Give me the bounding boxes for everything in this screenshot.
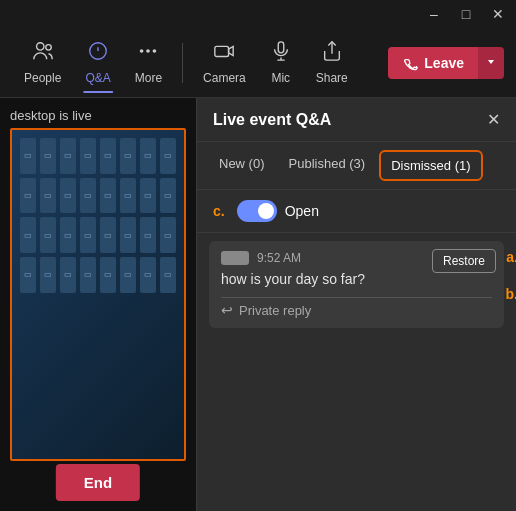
desktop-icon: ▭	[80, 138, 96, 174]
main-content: desktop is live ▭ ▭ ▭ ▭ ▭ ▭ ▭ ▭ ▭ ▭ ▭ ▭ …	[0, 98, 516, 511]
desktop-icon: ▭	[100, 217, 116, 253]
toggle-open-label: Open	[285, 203, 319, 219]
desktop-icon: ▭	[60, 178, 76, 214]
label-b: b.	[506, 286, 516, 302]
title-bar: – □ ✕	[0, 0, 516, 28]
restore-button[interactable]: Restore	[432, 249, 496, 273]
desktop-icon: ▭	[60, 138, 76, 174]
nav-camera-label: Camera	[203, 71, 246, 85]
leave-label: Leave	[424, 55, 464, 71]
maximize-button[interactable]: □	[456, 6, 476, 22]
qa-panel: Live event Q&A ✕ New (0) Published (3) D…	[196, 98, 516, 511]
tab-new[interactable]: New (0)	[209, 150, 275, 181]
nav-more-label: More	[135, 71, 162, 85]
desktop-icon: ▭	[120, 178, 136, 214]
nav-divider	[182, 43, 183, 83]
window-close-button[interactable]: ✕	[488, 6, 508, 22]
tab-published[interactable]: Published (3)	[279, 150, 376, 181]
people-icon	[32, 40, 54, 67]
nav-mic[interactable]: Mic	[258, 36, 304, 89]
desktop-icon: ▭	[160, 138, 176, 174]
label-a: a.	[506, 249, 516, 265]
qa-icon	[87, 40, 109, 67]
nav-share-label: Share	[316, 71, 348, 85]
mic-icon	[270, 40, 292, 67]
desktop-icon: ▭	[140, 138, 156, 174]
desktop-icon: ▭	[60, 257, 76, 293]
minimize-button[interactable]: –	[424, 6, 444, 22]
desktop-screen-inner: ▭ ▭ ▭ ▭ ▭ ▭ ▭ ▭ ▭ ▭ ▭ ▭ ▭ ▭ ▭ ▭ ▭ ▭ ▭ ▭	[12, 130, 184, 459]
phone-icon	[402, 55, 418, 71]
private-reply-label: Private reply	[239, 303, 311, 318]
desktop-icon: ▭	[160, 217, 176, 253]
desktop-icon: ▭	[80, 217, 96, 253]
nav-camera[interactable]: Camera	[191, 36, 258, 89]
desktop-icon: ▭	[160, 257, 176, 293]
private-reply-button[interactable]: ↩ Private reply	[221, 297, 492, 318]
chevron-down-icon	[486, 57, 496, 67]
desktop-icon: ▭	[20, 178, 36, 214]
leave-group: Leave	[388, 47, 504, 79]
svg-point-3	[140, 49, 144, 53]
svg-rect-7	[278, 42, 284, 53]
desktop-icon: ▭	[60, 217, 76, 253]
question-card: a. b. Restore 9:52 AM how is your day so…	[209, 241, 504, 328]
desktop-icon: ▭	[20, 138, 36, 174]
desktop-preview: desktop is live ▭ ▭ ▭ ▭ ▭ ▭ ▭ ▭ ▭ ▭ ▭ ▭ …	[0, 98, 196, 511]
reply-icon: ↩	[221, 302, 233, 318]
desktop-icon: ▭	[120, 217, 136, 253]
desktop-icon: ▭	[20, 257, 36, 293]
nav-mic-label: Mic	[271, 71, 290, 85]
qa-close-button[interactable]: ✕	[487, 110, 500, 129]
svg-point-1	[45, 45, 51, 51]
top-navigation: People Q&A More Camera	[0, 28, 516, 98]
question-text: how is your day so far?	[221, 271, 492, 287]
qa-title: Live event Q&A	[213, 111, 331, 129]
nav-people[interactable]: People	[12, 36, 73, 89]
desktop-icon: ▭	[20, 217, 36, 253]
desktop-screen: ▭ ▭ ▭ ▭ ▭ ▭ ▭ ▭ ▭ ▭ ▭ ▭ ▭ ▭ ▭ ▭ ▭ ▭ ▭ ▭	[10, 128, 186, 461]
desktop-icon: ▭	[100, 178, 116, 214]
desktop-icon: ▭	[100, 138, 116, 174]
leave-button[interactable]: Leave	[388, 47, 478, 79]
nav-share[interactable]: Share	[304, 36, 360, 89]
qa-header: Live event Q&A ✕	[197, 98, 516, 142]
avatar	[221, 251, 249, 265]
desktop-icon: ▭	[140, 178, 156, 214]
desktop-icon: ▭	[40, 257, 56, 293]
more-icon	[137, 40, 159, 67]
desktop-icon: ▭	[140, 217, 156, 253]
desktop-icon: ▭	[100, 257, 116, 293]
nav-qa-label: Q&A	[85, 71, 110, 85]
nav-people-label: People	[24, 71, 61, 85]
svg-point-5	[153, 49, 157, 53]
desktop-icon: ▭	[120, 138, 136, 174]
end-button[interactable]: End	[56, 464, 140, 501]
svg-point-4	[147, 49, 151, 53]
svg-rect-6	[215, 46, 229, 56]
desktop-icon: ▭	[140, 257, 156, 293]
question-time: 9:52 AM	[257, 251, 301, 265]
leave-dropdown-button[interactable]	[478, 47, 504, 79]
nav-qa[interactable]: Q&A	[73, 36, 122, 89]
qa-tabs: New (0) Published (3) Dismissed (1)	[197, 142, 516, 190]
desktop-icon: ▭	[40, 178, 56, 214]
label-c: c.	[213, 203, 225, 219]
desktop-icon: ▭	[40, 138, 56, 174]
nav-more[interactable]: More	[123, 36, 174, 89]
desktop-icon: ▭	[80, 178, 96, 214]
desktop-icon: ▭	[40, 217, 56, 253]
svg-point-0	[36, 43, 43, 50]
desktop-icon: ▭	[120, 257, 136, 293]
open-toggle[interactable]	[237, 200, 277, 222]
desktop-icon: ▭	[80, 257, 96, 293]
desktop-icon: ▭	[160, 178, 176, 214]
tab-dismissed[interactable]: Dismissed (1)	[379, 150, 482, 181]
share-icon	[321, 40, 343, 67]
desktop-label: desktop is live	[10, 108, 92, 123]
camera-icon	[213, 40, 235, 67]
toggle-bar: c. Open	[197, 190, 516, 233]
